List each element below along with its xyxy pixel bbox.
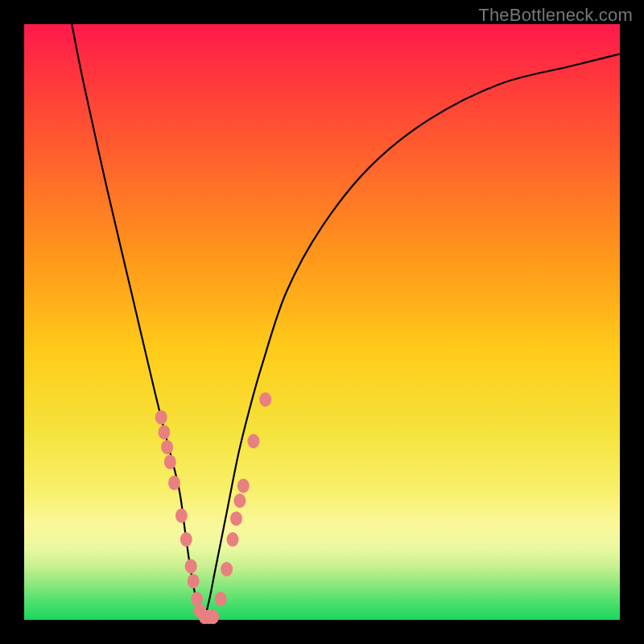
curve-line xyxy=(72,24,620,620)
data-marker xyxy=(168,476,180,490)
data-marker xyxy=(207,609,219,624)
data-marker xyxy=(188,574,200,588)
data-marker xyxy=(233,493,246,508)
data-marker xyxy=(158,425,170,440)
curve-path xyxy=(72,24,620,620)
data-marker xyxy=(161,440,173,454)
data-marker xyxy=(180,532,192,547)
data-marker xyxy=(155,410,167,424)
data-marker xyxy=(259,392,271,407)
plot-area xyxy=(24,24,620,620)
data-marker xyxy=(175,509,188,523)
data-marker xyxy=(237,479,250,493)
data-marker xyxy=(230,511,242,526)
data-marker xyxy=(215,592,227,606)
data-marker xyxy=(247,434,259,448)
data-marker xyxy=(221,562,233,576)
data-marker xyxy=(227,532,239,547)
data-marker xyxy=(185,559,197,573)
chart-frame: TheBottleneck.com xyxy=(0,0,644,644)
curve-markers xyxy=(155,392,272,624)
data-marker xyxy=(164,455,176,469)
chart-svg xyxy=(24,24,620,620)
watermark-text: TheBottleneck.com xyxy=(478,5,633,26)
